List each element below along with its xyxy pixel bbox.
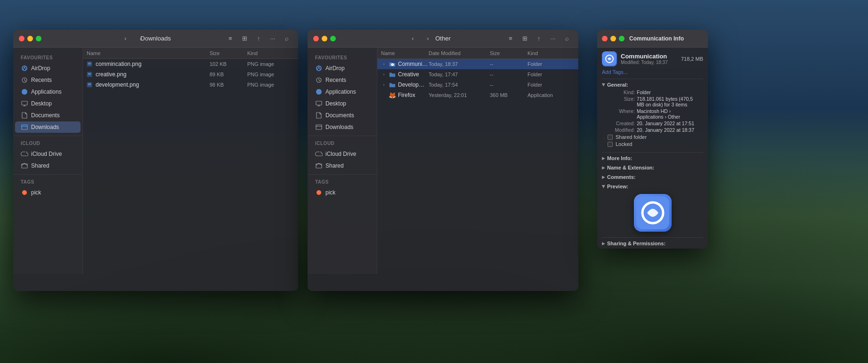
sidebar-item-shared[interactable]: Shared xyxy=(15,160,81,171)
airdrop-icon xyxy=(21,65,28,72)
icon-view-button[interactable]: ⊞ xyxy=(239,33,250,44)
maximize-button-other[interactable] xyxy=(330,36,336,41)
share-button[interactable]: ↑ xyxy=(253,33,264,44)
icloud-drive-label-other: iCloud Drive xyxy=(325,151,356,157)
expand-arrow-development[interactable]: › xyxy=(381,82,387,88)
sidebar-item-documents[interactable]: Documents xyxy=(15,110,81,121)
sidebar-item-airdrop[interactable]: AirDrop xyxy=(15,63,81,74)
maximize-button-info[interactable] xyxy=(619,36,625,41)
documents-label: Documents xyxy=(31,112,60,119)
window-info: Communication Info Communication Modifie… xyxy=(597,30,708,249)
svg-point-17 xyxy=(316,89,322,95)
sidebar-item-downloads-other[interactable]: Downloads xyxy=(309,121,375,133)
sidebar-item-documents-other[interactable]: Documents xyxy=(309,110,375,121)
info-app-header: Communication Modified: Today, 18:37 718… xyxy=(602,51,703,66)
close-button-info[interactable] xyxy=(602,36,608,41)
tag-pick-label: pick xyxy=(31,189,41,196)
desktop-label: Desktop xyxy=(31,100,52,107)
info-kind-row: Kind: Folder xyxy=(608,89,698,95)
desktop-icon-other xyxy=(315,100,323,107)
back-button-other[interactable]: ‹ xyxy=(407,33,419,44)
sidebar-item-desktop[interactable]: Desktop xyxy=(15,98,81,109)
col-size-header-other[interactable]: Size xyxy=(490,50,527,56)
file-row[interactable]: development.png 98 KB PNG image xyxy=(83,80,298,90)
file-list-downloads: commincation.png 102 KB PNG image cre xyxy=(83,59,298,274)
info-section-more-header[interactable]: ▶ More Info: xyxy=(602,154,703,162)
file-name-cell: creative.png xyxy=(87,71,210,78)
col-date-header-other[interactable]: Date Modified xyxy=(429,50,490,56)
col-kind-header[interactable]: Kind xyxy=(247,50,294,56)
folder-row-creative[interactable]: › Creative Today, 17:47 -- Folder xyxy=(377,69,578,80)
sidebar-item-downloads[interactable]: Downloads xyxy=(15,121,81,133)
sidebar-item-shared-other[interactable]: Shared xyxy=(309,160,375,171)
traffic-lights-other xyxy=(313,36,336,41)
airdrop-icon-other xyxy=(315,65,323,72)
info-add-tags[interactable]: Add Tags... xyxy=(602,69,703,75)
downloads-icon xyxy=(21,123,28,131)
sidebar-item-tag-pick[interactable]: pick xyxy=(15,187,81,198)
title-bar-other: ‹ › Other ≡ ⊞ ↑ ··· ⌕ xyxy=(308,30,578,48)
sidebar-item-desktop-other[interactable]: Desktop xyxy=(309,98,375,109)
more-options-button[interactable]: ··· xyxy=(267,33,278,44)
search-button-other[interactable]: ⌕ xyxy=(561,33,573,44)
kind-label: Kind: xyxy=(608,89,635,95)
icloud-drive-icon-other xyxy=(315,150,323,158)
expand-arrow-creative[interactable]: › xyxy=(381,72,387,77)
col-size-header[interactable]: Size xyxy=(210,50,247,56)
sidebar-item-tag-pick-other[interactable]: pick xyxy=(309,187,375,198)
shared-folder-checkbox[interactable] xyxy=(608,135,613,140)
search-button[interactable]: ⌕ xyxy=(281,33,292,44)
sidebar-item-icloud-other[interactable]: iCloud Drive xyxy=(309,148,375,160)
minimize-button-other[interactable] xyxy=(322,36,327,41)
list-view-button[interactable]: ≡ xyxy=(225,33,236,44)
icloud-drive-label: iCloud Drive xyxy=(31,151,62,157)
chevron-name-ext: ▶ xyxy=(602,165,605,170)
info-content: Communication Modified: Today, 18:37 718… xyxy=(597,48,708,249)
info-section-sharing-header[interactable]: ▶ Sharing & Permissions: xyxy=(602,240,703,247)
share-button-other[interactable]: ↑ xyxy=(533,33,544,44)
applications-label-other: Applications xyxy=(325,89,356,95)
file-row[interactable]: creative.png 89 KB PNG image xyxy=(83,69,298,80)
sidebar-item-applications-other[interactable]: Applications xyxy=(309,86,375,97)
window-title: Downloads xyxy=(140,35,170,42)
col-kind-header-other[interactable]: Kind xyxy=(527,50,575,56)
expand-arrow-communication[interactable]: › xyxy=(381,61,387,67)
more-info-label: More Info: xyxy=(607,155,632,161)
more-options-button-other[interactable]: ··· xyxy=(547,33,559,44)
folder-row-communication[interactable]: › 💬 Communication Today, 18:37 -- Folder xyxy=(377,59,578,69)
forward-button-other[interactable]: › xyxy=(422,33,434,44)
info-section-comments-header[interactable]: ▶ Comments: xyxy=(602,173,703,181)
info-section-name-header[interactable]: ▶ Name & Extension: xyxy=(602,164,703,171)
info-section-preview-header[interactable]: ▶ Preview: xyxy=(602,183,703,190)
locked-checkbox[interactable] xyxy=(608,142,613,147)
traffic-lights-info xyxy=(602,36,625,41)
locked-row: Locked xyxy=(608,141,698,147)
created-label: Created: xyxy=(608,121,635,126)
sidebar-item-recents-other[interactable]: Recents xyxy=(309,74,375,86)
title-bar-downloads: ‹ › Downloads ≡ ⊞ ↑ ··· ⌕ xyxy=(13,30,298,48)
col-name-header[interactable]: Name xyxy=(87,50,210,56)
col-name-header-other[interactable]: Name xyxy=(381,50,429,56)
minimize-button[interactable] xyxy=(27,36,33,41)
back-button[interactable]: ‹ xyxy=(120,33,131,44)
folder-row-development[interactable]: › Development Today, 17:54 -- Folder xyxy=(377,80,578,90)
folder-icon-development xyxy=(389,81,396,88)
icon-view-button-other[interactable]: ⊞ xyxy=(519,33,530,44)
sharing-label: Sharing & Permissions: xyxy=(607,241,665,246)
file-kind: PNG image xyxy=(247,72,294,77)
file-row[interactable]: commincation.png 102 KB PNG image xyxy=(83,59,298,69)
sidebar-item-applications[interactable]: Applications xyxy=(15,86,81,97)
sidebar-item-airdrop-other[interactable]: AirDrop xyxy=(309,63,375,74)
close-button[interactable] xyxy=(19,36,24,41)
info-app-icon xyxy=(602,51,617,66)
close-button-other[interactable] xyxy=(313,36,319,41)
folder-row-firefox[interactable]: › 🦊 Firefox Yesterday, 22:01 360 MB Appl… xyxy=(377,90,578,100)
info-section-more: ▶ More Info: xyxy=(602,154,703,162)
sidebar-item-icloud-drive[interactable]: iCloud Drive xyxy=(15,148,81,160)
sidebar-item-recents[interactable]: Recents xyxy=(15,74,81,86)
maximize-button[interactable] xyxy=(36,36,41,41)
minimize-button-info[interactable] xyxy=(610,36,616,41)
comments-label: Comments: xyxy=(607,174,636,180)
info-section-general-header[interactable]: ▶ General: xyxy=(602,81,703,89)
list-view-button-other[interactable]: ≡ xyxy=(505,33,516,44)
